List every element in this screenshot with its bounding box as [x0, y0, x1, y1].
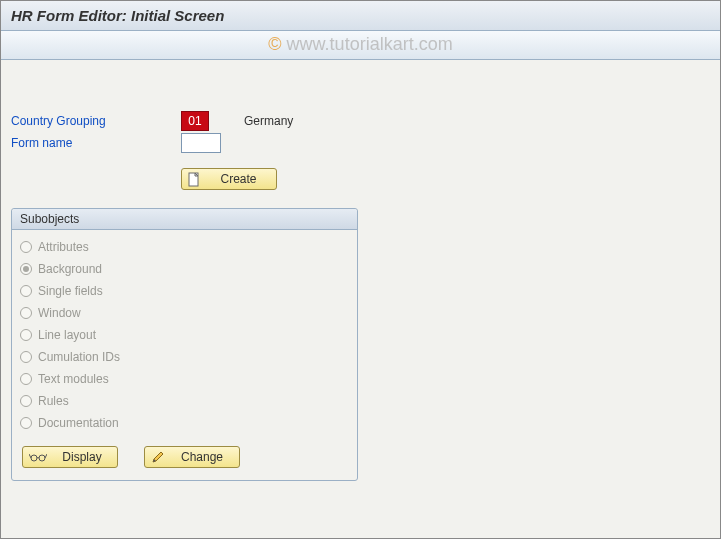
radio-label: Rules [38, 394, 69, 408]
svg-point-2 [39, 455, 45, 461]
title-bar: HR Form Editor: Initial Screen [1, 1, 720, 31]
radio-label: Text modules [38, 372, 109, 386]
radio-icon [20, 285, 32, 297]
glasses-icon [29, 452, 47, 462]
row-form-name: Form name [11, 132, 710, 154]
svg-point-1 [31, 455, 37, 461]
subobject-radio-rules[interactable]: Rules [20, 390, 349, 412]
content-area: Country Grouping 01 Germany Form name Cr… [1, 60, 720, 491]
radio-icon [20, 263, 32, 275]
radio-label: Single fields [38, 284, 103, 298]
display-button-label: Display [53, 450, 111, 464]
create-button[interactable]: Create [181, 168, 277, 190]
subobject-radio-attributes[interactable]: Attributes [20, 236, 349, 258]
radio-icon [20, 417, 32, 429]
page-title: HR Form Editor: Initial Screen [11, 7, 224, 24]
radio-icon [20, 351, 32, 363]
radio-icon [20, 395, 32, 407]
radio-label: Documentation [38, 416, 119, 430]
subobjects-title: Subobjects [12, 209, 357, 230]
radio-icon [20, 373, 32, 385]
subobject-radio-window[interactable]: Window [20, 302, 349, 324]
toolbar-strip [1, 31, 720, 60]
radio-icon [20, 307, 32, 319]
subobjects-button-row: Display Change [12, 434, 357, 468]
new-document-icon [188, 172, 201, 187]
country-grouping-input[interactable]: 01 [181, 111, 209, 131]
subobject-radio-documentation[interactable]: Documentation [20, 412, 349, 434]
radio-label: Line layout [38, 328, 96, 342]
radio-label: Window [38, 306, 81, 320]
subobject-radio-background[interactable]: Background [20, 258, 349, 280]
create-row: Create [11, 168, 710, 190]
radio-label: Background [38, 262, 102, 276]
subobjects-radio-list: AttributesBackgroundSingle fieldsWindowL… [12, 230, 357, 434]
subobject-radio-cumulation-ids[interactable]: Cumulation IDs [20, 346, 349, 368]
subobject-radio-text-modules[interactable]: Text modules [20, 368, 349, 390]
label-form-name: Form name [11, 136, 181, 150]
subobject-radio-line-layout[interactable]: Line layout [20, 324, 349, 346]
radio-icon [20, 241, 32, 253]
subobjects-group: Subobjects AttributesBackgroundSingle fi… [11, 208, 358, 481]
display-button[interactable]: Display [22, 446, 118, 468]
create-button-label: Create [207, 172, 270, 186]
radio-icon [20, 329, 32, 341]
form-name-input[interactable] [181, 133, 221, 153]
change-button-label: Change [171, 450, 233, 464]
row-country-grouping: Country Grouping 01 Germany [11, 110, 710, 132]
pencil-icon [151, 450, 165, 464]
app-window: HR Form Editor: Initial Screen © www.tut… [0, 0, 721, 539]
radio-label: Attributes [38, 240, 89, 254]
change-button[interactable]: Change [144, 446, 240, 468]
label-country-grouping: Country Grouping [11, 114, 181, 128]
subobject-radio-single-fields[interactable]: Single fields [20, 280, 349, 302]
radio-label: Cumulation IDs [38, 350, 120, 364]
country-grouping-text: Germany [244, 114, 293, 128]
